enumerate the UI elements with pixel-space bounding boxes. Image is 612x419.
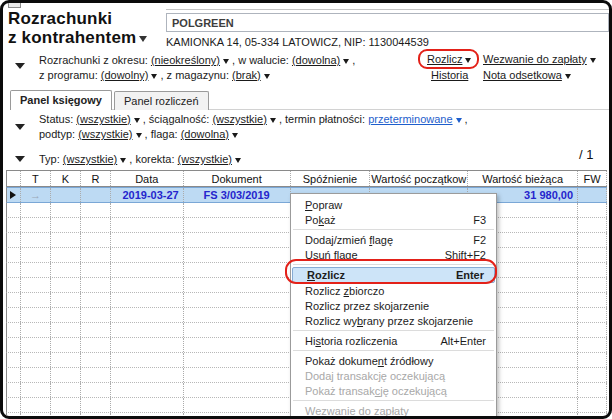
filter-value-wszystkie[interactable]: (wszystkie) <box>63 153 126 165</box>
collapse-filter-group2-icon[interactable] <box>15 124 25 130</box>
cell-empty <box>51 383 81 397</box>
menu-item-label: Rozlicz przez skojarzenie <box>305 300 486 312</box>
column-header-R[interactable]: R <box>81 171 111 186</box>
filter-label-text: Status: <box>39 113 76 125</box>
page-title[interactable]: Rozrachunki z kontrahentem <box>8 9 147 47</box>
filter-label-text: , flaga: <box>142 128 181 140</box>
cell-empty <box>51 353 81 367</box>
filter-label-text: , ściągalność: <box>140 113 213 125</box>
filter-value-nieokreślony[interactable]: (nieokreślony) <box>151 54 229 66</box>
menu-item-pokaż-dokument-źródłowy[interactable]: Pokaż dokument źródłowy <box>291 353 496 368</box>
filter-label-text: , w walucie: <box>229 54 292 66</box>
cell-empty <box>81 218 111 232</box>
cell-empty <box>111 218 184 232</box>
cell-empty <box>184 383 291 397</box>
menu-item-label: Historia rozliczenia <box>305 335 428 347</box>
cell-empty <box>111 353 184 367</box>
collapse-filter-group1-icon[interactable] <box>15 63 25 69</box>
title-dropdown-icon[interactable] <box>139 36 147 42</box>
filter-value-dowolna[interactable]: (dowolna) <box>292 54 349 66</box>
cell-empty <box>578 323 607 337</box>
column-header-T[interactable]: T <box>21 171 51 186</box>
cell-empty <box>21 263 51 277</box>
menu-item-rozlicz-wybrany-przez-skojarzenie[interactable]: Rozlicz wybrany przez skojarzenie <box>291 313 496 328</box>
cell-empty <box>81 323 111 337</box>
table-header-row[interactable]: TKRDataDokumentSpóźnienieWartość początk… <box>6 170 607 187</box>
filter-label-text: , <box>462 113 468 125</box>
cell-empty <box>81 338 111 352</box>
cell-empty <box>578 353 607 367</box>
cell-empty <box>81 248 111 262</box>
chevron-down-icon <box>232 133 238 138</box>
menu-item-rozlicz-zbiorczo[interactable]: Rozlicz zbiorczo <box>291 283 496 298</box>
cell-empty <box>51 233 81 247</box>
app-window: Rozrachunki z kontrahentem POLGREEN KAMI… <box>0 0 612 419</box>
cell-empty <box>21 338 51 352</box>
filter-value-label: przeterminowane <box>368 113 452 125</box>
cell-empty <box>111 278 184 292</box>
contractor-name-field[interactable]: POLGREEN <box>166 13 609 32</box>
filter-line-status: Status: (wszystkie) , ściągalność: (wszy… <box>39 113 468 125</box>
cell-empty <box>111 413 184 419</box>
cell-empty <box>81 278 111 292</box>
tab-panel-rozliczeń[interactable]: Panel rozliczeń <box>114 91 209 110</box>
context-menu: PoprawPokażF3Dodaj/zmień flagęF2Usuń fla… <box>290 193 497 419</box>
cell-empty <box>21 308 51 322</box>
column-header-Wartość początkow[interactable]: Wartość początkow <box>370 171 468 186</box>
column-header-Data[interactable]: Data <box>111 171 184 186</box>
filter-value-label: (dowolna) <box>181 128 229 140</box>
filter-line-program-warehouse: z programu: (dowolny) , z magazynu: (bra… <box>39 69 270 81</box>
filter-value-brak[interactable]: (brak) <box>232 69 270 81</box>
cell-empty <box>81 353 111 367</box>
filter-value-dowolny[interactable]: (dowolny) <box>101 69 158 81</box>
column-header-marker[interactable] <box>7 171 21 186</box>
cell-empty <box>51 308 81 322</box>
menu-item-label: Dodaj/zmień flagę <box>305 234 461 246</box>
cell-empty <box>184 203 291 217</box>
menu-item-historia-rozliczenia[interactable]: Historia rozliczeniaAlt+Enter <box>291 333 496 348</box>
cell-empty <box>51 413 81 419</box>
cell-R <box>81 188 111 202</box>
collapse-filter-group3-icon[interactable] <box>15 156 25 162</box>
menu-item-label: Wezwanie do zapłaty <box>305 405 486 417</box>
panel-tabbar: Panel księgowyPanel rozliczeń <box>10 91 609 110</box>
page-title-line2: z kontrahentem <box>8 28 147 47</box>
tab-panel-księgowy[interactable]: Panel księgowy <box>10 90 112 110</box>
nota-odsetkowa-link[interactable]: Nota odsetkowa <box>483 69 571 81</box>
filter-label-text: , <box>349 54 355 66</box>
chevron-down-icon <box>235 158 241 163</box>
menu-item-rozlicz-przez-skojarzenie[interactable]: Rozlicz przez skojarzenie <box>291 298 496 313</box>
column-header-K[interactable]: K <box>51 171 81 186</box>
cell-empty <box>111 368 184 382</box>
cell-empty <box>81 203 111 217</box>
menu-item-pokaż[interactable]: PokażF3 <box>291 212 496 227</box>
cell-empty <box>184 278 291 292</box>
menu-item-popraw[interactable]: Popraw <box>291 197 496 212</box>
filter-value-label: (wszystkie) <box>212 113 266 125</box>
cell-empty <box>81 293 111 307</box>
column-header-FW[interactable]: FW <box>578 171 607 186</box>
filter-value-wszystkie[interactable]: (wszystkie) <box>212 113 275 125</box>
cell-empty <box>7 248 21 262</box>
filter-value-wszystkie[interactable]: (wszystkie) <box>178 153 241 165</box>
wezwanie-do-zaplaty-link[interactable]: Wezwanie do zapłaty <box>483 53 596 65</box>
column-header-Dokument[interactable]: Dokument <box>184 171 291 186</box>
filter-value-wszystkie[interactable]: (wszystkie) <box>78 128 141 140</box>
menu-item-dodaj-zmień-flagę[interactable]: Dodaj/zmień flagęF2 <box>291 232 496 247</box>
cell-empty <box>578 338 607 352</box>
historia-link[interactable]: Historia <box>431 69 468 81</box>
column-header-Wartość bieżąca[interactable]: Wartość bieżąca <box>468 171 578 186</box>
cell-empty <box>81 263 111 277</box>
cell-empty <box>578 383 607 397</box>
column-header-Spóźnienie[interactable]: Spóźnienie <box>291 171 371 186</box>
filter-value-dowolna[interactable]: (dowolna) <box>181 128 238 140</box>
filter-value-przeterminowane[interactable]: przeterminowane <box>368 113 461 125</box>
cell-empty <box>184 413 291 419</box>
cell-empty <box>7 353 21 367</box>
cell-empty <box>51 263 81 277</box>
cell-empty <box>21 383 51 397</box>
cell-empty <box>7 398 21 412</box>
filter-value-label: (brak) <box>232 69 261 81</box>
filter-value-wszystkie[interactable]: (wszystkie) <box>76 113 139 125</box>
cell-empty <box>578 413 607 419</box>
